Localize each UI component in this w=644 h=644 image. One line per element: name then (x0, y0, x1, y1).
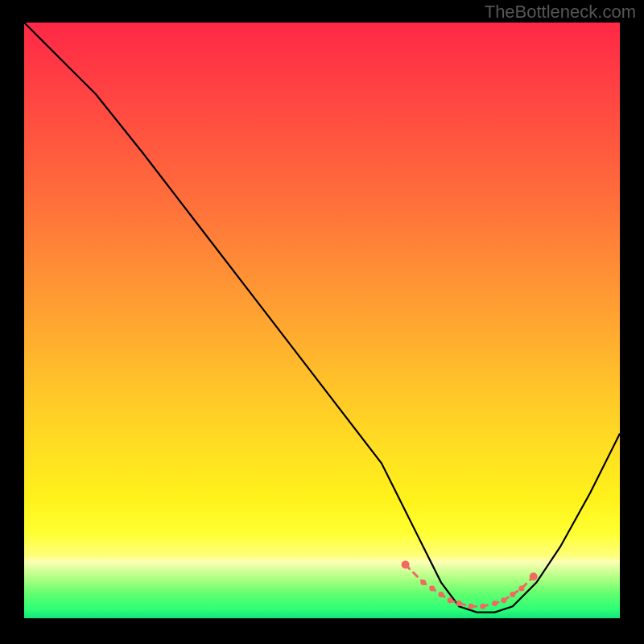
svg-point-3 (439, 592, 444, 597)
chart-background (24, 23, 620, 618)
svg-point-7 (480, 604, 485, 609)
svg-point-1 (420, 580, 426, 585)
svg-point-10 (510, 592, 515, 597)
svg-point-2 (429, 586, 435, 592)
svg-point-0 (402, 560, 410, 568)
watermark-text: TheBottleneck.com (485, 2, 636, 23)
svg-point-5 (456, 601, 462, 606)
svg-point-11 (518, 586, 524, 592)
svg-point-4 (448, 597, 453, 603)
plot-area (24, 23, 620, 618)
chart-container: TheBottleneck.com (0, 0, 644, 644)
svg-point-6 (469, 604, 474, 609)
chart-svg (24, 23, 620, 618)
svg-point-9 (501, 597, 506, 603)
svg-point-12 (530, 572, 538, 580)
svg-point-8 (492, 601, 497, 606)
